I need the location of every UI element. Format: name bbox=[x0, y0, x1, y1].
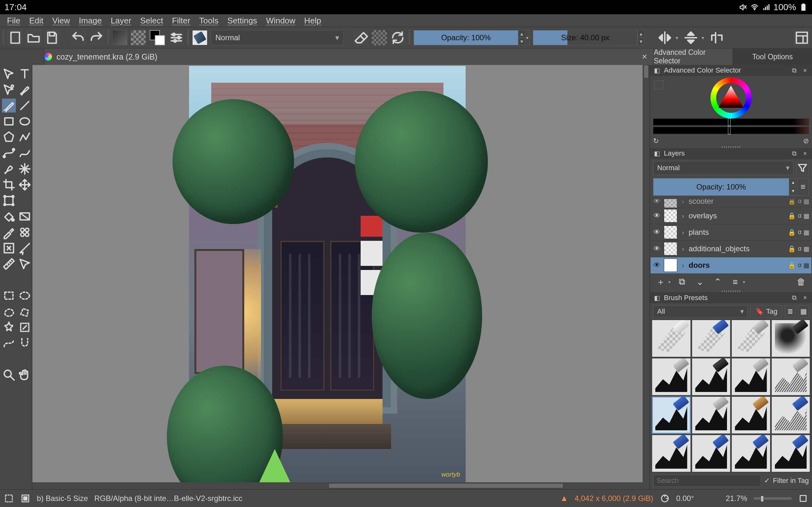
detach-docker-icon[interactable]: ⧉ bbox=[791, 66, 798, 74]
vertical-scrollbar[interactable] bbox=[643, 65, 650, 482]
layer-name[interactable]: scooter bbox=[689, 199, 785, 206]
visibility-toggle-icon[interactable]: 👁 bbox=[653, 261, 661, 269]
preset-tag-dropdown[interactable]: All bbox=[653, 305, 748, 318]
edit-shapes-tool[interactable] bbox=[2, 83, 16, 97]
menu-image[interactable]: Image bbox=[74, 14, 106, 27]
expand-group-icon[interactable]: › bbox=[680, 262, 686, 269]
menu-select[interactable]: Select bbox=[136, 14, 167, 27]
menu-view[interactable]: View bbox=[48, 14, 74, 27]
bezier-select-tool[interactable] bbox=[2, 336, 16, 350]
float-docker-icon[interactable]: ◧ bbox=[653, 294, 661, 302]
toolbar-grip[interactable] bbox=[409, 30, 410, 45]
color-clear-icon[interactable]: ⊘ bbox=[803, 137, 809, 145]
brush-preset[interactable] bbox=[692, 320, 731, 357]
move-layer-up-button[interactable]: ⌃ bbox=[711, 276, 724, 288]
expand-group-icon[interactable]: › bbox=[680, 212, 686, 220]
shade-selector[interactable] bbox=[653, 118, 809, 134]
close-docker-icon[interactable]: × bbox=[801, 150, 809, 157]
alpha-icon[interactable]: α bbox=[798, 228, 802, 236]
mirror-v-menu[interactable]: ▾ bbox=[702, 35, 706, 41]
status-zoom[interactable]: 21.7% bbox=[726, 494, 747, 503]
fill-tool[interactable] bbox=[2, 210, 16, 223]
polygon-tool[interactable] bbox=[2, 130, 16, 144]
expand-group-icon[interactable]: › bbox=[680, 245, 686, 252]
inherit-alpha-icon[interactable]: ▦ bbox=[803, 262, 809, 269]
contiguous-select-tool[interactable] bbox=[2, 320, 16, 334]
brush-preset[interactable] bbox=[692, 396, 731, 434]
new-document-button[interactable] bbox=[8, 30, 23, 45]
zoom-fit-button[interactable] bbox=[798, 493, 808, 504]
brush-preset[interactable] bbox=[652, 435, 691, 472]
menu-help[interactable]: Help bbox=[300, 14, 325, 27]
layer-filter-button[interactable] bbox=[796, 161, 809, 175]
assistant-tool[interactable] bbox=[18, 241, 32, 255]
layer-opacity-menu[interactable]: ≡ bbox=[797, 178, 809, 195]
visibility-toggle-icon[interactable]: 👁 bbox=[653, 212, 661, 220]
docker-resize-grip[interactable] bbox=[722, 146, 741, 148]
preset-tag-button[interactable]: 🔖Tag bbox=[751, 305, 782, 318]
pattern-edit-tool[interactable] bbox=[18, 225, 32, 239]
crop-tool[interactable] bbox=[2, 178, 16, 192]
brush-preset[interactable] bbox=[731, 396, 770, 434]
wraparound-button[interactable] bbox=[709, 30, 724, 45]
alpha-icon[interactable]: α bbox=[798, 262, 802, 269]
layer-name[interactable]: additional_objects bbox=[689, 244, 785, 253]
layer-list[interactable]: 👁 › scooter 🔒α▦ 👁 › overlays 🔒α▦ bbox=[651, 199, 811, 274]
filter-in-tag-checkbox[interactable]: ✓ bbox=[764, 476, 770, 485]
color-docker-title[interactable]: ◧ Advanced Color Selector ⧉ × bbox=[650, 65, 812, 76]
opacity-menu[interactable]: ▾ bbox=[525, 30, 530, 45]
transform-move-tool[interactable] bbox=[18, 178, 32, 192]
brush-size-spin[interactable]: ▲▼ bbox=[638, 30, 645, 45]
preset-view-list-button[interactable]: ≣ bbox=[785, 305, 796, 318]
brush-preset[interactable] bbox=[652, 320, 691, 357]
ellipse-tool[interactable] bbox=[18, 114, 32, 128]
close-docker-icon[interactable]: × bbox=[801, 66, 809, 74]
layer-properties-button[interactable]: ≡ bbox=[729, 276, 742, 288]
document-tab[interactable]: cozy_tenement.kra (2.9 GiB) × bbox=[44, 49, 653, 65]
add-layer-button[interactable]: ＋ bbox=[654, 276, 667, 288]
layer-name[interactable]: overlays bbox=[689, 211, 785, 220]
lock-icon[interactable]: 🔒 bbox=[788, 228, 796, 236]
layer-item[interactable]: 👁 › overlays 🔒α▦ bbox=[651, 208, 811, 224]
alpha-lock-button[interactable] bbox=[372, 30, 387, 45]
freehand-path-tool[interactable] bbox=[18, 146, 32, 160]
selection-mode-icon[interactable] bbox=[4, 493, 14, 504]
alpha-icon[interactable]: α bbox=[798, 245, 802, 252]
close-tab-button[interactable]: × bbox=[642, 52, 647, 62]
horizontal-scrollbar[interactable] bbox=[32, 482, 650, 489]
dynamic-brush-tool[interactable] bbox=[2, 162, 16, 176]
brush-preset[interactable] bbox=[731, 358, 770, 395]
mirror-h-menu[interactable]: ▾ bbox=[676, 35, 680, 41]
calligraphy-tool[interactable] bbox=[18, 83, 32, 97]
rect-select-tool[interactable] bbox=[2, 289, 16, 302]
color-picker-tool[interactable] bbox=[2, 225, 16, 239]
canvas[interactable]: wortyb bbox=[189, 66, 466, 482]
workspace-chooser-button[interactable] bbox=[794, 30, 809, 45]
brush-preset[interactable] bbox=[692, 358, 731, 395]
rotation-reset-button[interactable] bbox=[660, 493, 670, 504]
float-docker-icon[interactable]: ◧ bbox=[653, 150, 661, 157]
add-layer-menu[interactable]: ▾ bbox=[668, 279, 670, 285]
layer-name[interactable]: plants bbox=[689, 228, 785, 237]
undo-button[interactable] bbox=[70, 30, 86, 45]
blend-mode-dropdown[interactable]: Normal bbox=[211, 30, 344, 45]
freehand-brush-tool[interactable] bbox=[2, 99, 16, 112]
inherit-alpha-icon[interactable]: ▦ bbox=[803, 228, 809, 236]
expand-group-icon[interactable]: › bbox=[680, 229, 686, 236]
detach-docker-icon[interactable]: ⧉ bbox=[791, 294, 798, 302]
layer-item[interactable]: 👁 › doors 🔒α▦ bbox=[651, 257, 811, 274]
mirror-horizontal-button[interactable] bbox=[657, 30, 672, 45]
layer-item[interactable]: 👁 › additional_objects 🔒α▦ bbox=[651, 241, 811, 257]
open-document-button[interactable] bbox=[26, 30, 41, 45]
brush-preset[interactable] bbox=[652, 358, 691, 395]
zoom-tool[interactable] bbox=[2, 368, 16, 382]
menu-file[interactable]: File bbox=[3, 14, 25, 27]
lock-icon[interactable]: 🔒 bbox=[788, 262, 796, 269]
magnetic-select-tool[interactable] bbox=[18, 336, 32, 350]
brush-preset-chooser[interactable] bbox=[192, 30, 207, 45]
layer-opacity-slider[interactable]: Opacity: 100% bbox=[653, 178, 789, 195]
smart-patch-tool[interactable] bbox=[2, 241, 16, 255]
bezier-tool[interactable] bbox=[2, 146, 16, 160]
delete-layer-button[interactable]: 🗑 bbox=[795, 276, 808, 288]
brush-preset[interactable] bbox=[731, 435, 770, 472]
